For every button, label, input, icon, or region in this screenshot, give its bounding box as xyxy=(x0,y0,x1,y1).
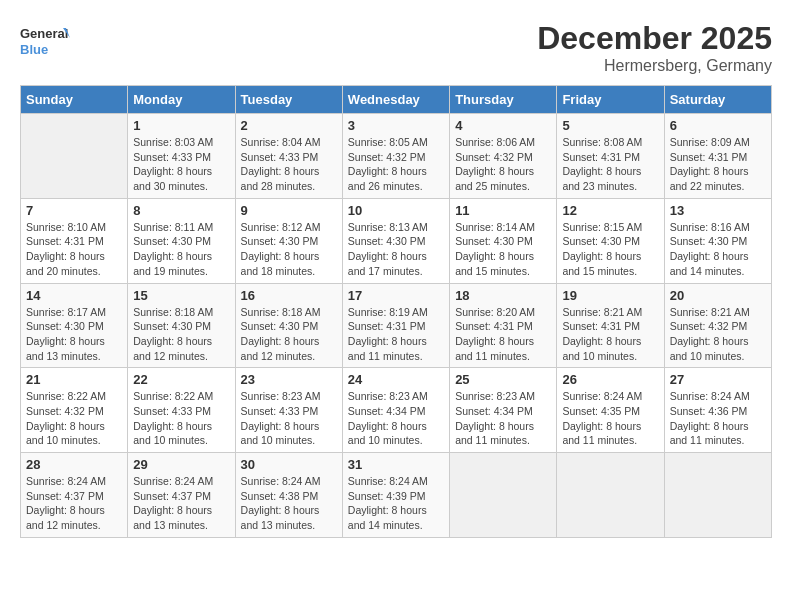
day-detail: Sunrise: 8:11 AMSunset: 4:30 PMDaylight:… xyxy=(133,220,229,279)
day-detail: Sunrise: 8:04 AMSunset: 4:33 PMDaylight:… xyxy=(241,135,337,194)
day-number: 11 xyxy=(455,203,551,218)
day-detail: Sunrise: 8:14 AMSunset: 4:30 PMDaylight:… xyxy=(455,220,551,279)
day-detail: Sunrise: 8:22 AMSunset: 4:33 PMDaylight:… xyxy=(133,389,229,448)
day-detail: Sunrise: 8:24 AMSunset: 4:37 PMDaylight:… xyxy=(133,474,229,533)
calendar-week-row: 1Sunrise: 8:03 AMSunset: 4:33 PMDaylight… xyxy=(21,114,772,199)
day-header-sunday: Sunday xyxy=(21,86,128,114)
calendar-cell: 16Sunrise: 8:18 AMSunset: 4:30 PMDayligh… xyxy=(235,283,342,368)
day-detail: Sunrise: 8:18 AMSunset: 4:30 PMDaylight:… xyxy=(133,305,229,364)
day-detail: Sunrise: 8:08 AMSunset: 4:31 PMDaylight:… xyxy=(562,135,658,194)
calendar-cell: 8Sunrise: 8:11 AMSunset: 4:30 PMDaylight… xyxy=(128,198,235,283)
day-detail: Sunrise: 8:18 AMSunset: 4:30 PMDaylight:… xyxy=(241,305,337,364)
calendar-week-row: 28Sunrise: 8:24 AMSunset: 4:37 PMDayligh… xyxy=(21,453,772,538)
day-number: 12 xyxy=(562,203,658,218)
calendar-cell: 11Sunrise: 8:14 AMSunset: 4:30 PMDayligh… xyxy=(450,198,557,283)
calendar-cell: 23Sunrise: 8:23 AMSunset: 4:33 PMDayligh… xyxy=(235,368,342,453)
day-number: 24 xyxy=(348,372,444,387)
day-number: 22 xyxy=(133,372,229,387)
day-detail: Sunrise: 8:13 AMSunset: 4:30 PMDaylight:… xyxy=(348,220,444,279)
day-number: 20 xyxy=(670,288,766,303)
calendar-cell: 20Sunrise: 8:21 AMSunset: 4:32 PMDayligh… xyxy=(664,283,771,368)
day-number: 31 xyxy=(348,457,444,472)
day-detail: Sunrise: 8:24 AMSunset: 4:36 PMDaylight:… xyxy=(670,389,766,448)
day-detail: Sunrise: 8:12 AMSunset: 4:30 PMDaylight:… xyxy=(241,220,337,279)
day-number: 27 xyxy=(670,372,766,387)
day-detail: Sunrise: 8:21 AMSunset: 4:31 PMDaylight:… xyxy=(562,305,658,364)
day-number: 5 xyxy=(562,118,658,133)
calendar-cell: 21Sunrise: 8:22 AMSunset: 4:32 PMDayligh… xyxy=(21,368,128,453)
day-number: 6 xyxy=(670,118,766,133)
calendar-cell: 17Sunrise: 8:19 AMSunset: 4:31 PMDayligh… xyxy=(342,283,449,368)
title-area: December 2025 Hermersberg, Germany xyxy=(537,20,772,75)
location-title: Hermersberg, Germany xyxy=(537,57,772,75)
calendar-cell: 29Sunrise: 8:24 AMSunset: 4:37 PMDayligh… xyxy=(128,453,235,538)
day-number: 18 xyxy=(455,288,551,303)
day-detail: Sunrise: 8:19 AMSunset: 4:31 PMDaylight:… xyxy=(348,305,444,364)
calendar-week-row: 21Sunrise: 8:22 AMSunset: 4:32 PMDayligh… xyxy=(21,368,772,453)
calendar-cell xyxy=(450,453,557,538)
day-number: 10 xyxy=(348,203,444,218)
calendar-cell: 28Sunrise: 8:24 AMSunset: 4:37 PMDayligh… xyxy=(21,453,128,538)
calendar-cell: 9Sunrise: 8:12 AMSunset: 4:30 PMDaylight… xyxy=(235,198,342,283)
day-number: 25 xyxy=(455,372,551,387)
day-header-wednesday: Wednesday xyxy=(342,86,449,114)
day-detail: Sunrise: 8:03 AMSunset: 4:33 PMDaylight:… xyxy=(133,135,229,194)
logo-svg: General Blue xyxy=(20,20,70,65)
day-number: 1 xyxy=(133,118,229,133)
day-number: 21 xyxy=(26,372,122,387)
calendar-cell: 4Sunrise: 8:06 AMSunset: 4:32 PMDaylight… xyxy=(450,114,557,199)
day-number: 14 xyxy=(26,288,122,303)
day-number: 29 xyxy=(133,457,229,472)
page-header: General Blue December 2025 Hermersberg, … xyxy=(20,20,772,75)
day-detail: Sunrise: 8:24 AMSunset: 4:35 PMDaylight:… xyxy=(562,389,658,448)
calendar-cell: 31Sunrise: 8:24 AMSunset: 4:39 PMDayligh… xyxy=(342,453,449,538)
calendar-cell: 26Sunrise: 8:24 AMSunset: 4:35 PMDayligh… xyxy=(557,368,664,453)
day-header-monday: Monday xyxy=(128,86,235,114)
day-detail: Sunrise: 8:23 AMSunset: 4:34 PMDaylight:… xyxy=(455,389,551,448)
month-title: December 2025 xyxy=(537,20,772,57)
day-header-friday: Friday xyxy=(557,86,664,114)
day-number: 3 xyxy=(348,118,444,133)
calendar-cell xyxy=(21,114,128,199)
day-number: 15 xyxy=(133,288,229,303)
day-number: 17 xyxy=(348,288,444,303)
calendar-cell: 14Sunrise: 8:17 AMSunset: 4:30 PMDayligh… xyxy=(21,283,128,368)
calendar-cell: 12Sunrise: 8:15 AMSunset: 4:30 PMDayligh… xyxy=(557,198,664,283)
day-number: 16 xyxy=(241,288,337,303)
calendar-cell xyxy=(664,453,771,538)
day-detail: Sunrise: 8:24 AMSunset: 4:37 PMDaylight:… xyxy=(26,474,122,533)
day-detail: Sunrise: 8:24 AMSunset: 4:38 PMDaylight:… xyxy=(241,474,337,533)
calendar-cell: 27Sunrise: 8:24 AMSunset: 4:36 PMDayligh… xyxy=(664,368,771,453)
day-header-thursday: Thursday xyxy=(450,86,557,114)
calendar-cell: 10Sunrise: 8:13 AMSunset: 4:30 PMDayligh… xyxy=(342,198,449,283)
calendar-cell: 22Sunrise: 8:22 AMSunset: 4:33 PMDayligh… xyxy=(128,368,235,453)
calendar-header-row: SundayMondayTuesdayWednesdayThursdayFrid… xyxy=(21,86,772,114)
calendar-cell: 19Sunrise: 8:21 AMSunset: 4:31 PMDayligh… xyxy=(557,283,664,368)
day-header-tuesday: Tuesday xyxy=(235,86,342,114)
calendar-cell: 1Sunrise: 8:03 AMSunset: 4:33 PMDaylight… xyxy=(128,114,235,199)
calendar-cell: 30Sunrise: 8:24 AMSunset: 4:38 PMDayligh… xyxy=(235,453,342,538)
day-detail: Sunrise: 8:23 AMSunset: 4:34 PMDaylight:… xyxy=(348,389,444,448)
calendar-cell: 7Sunrise: 8:10 AMSunset: 4:31 PMDaylight… xyxy=(21,198,128,283)
calendar-cell: 15Sunrise: 8:18 AMSunset: 4:30 PMDayligh… xyxy=(128,283,235,368)
calendar-week-row: 7Sunrise: 8:10 AMSunset: 4:31 PMDaylight… xyxy=(21,198,772,283)
day-number: 19 xyxy=(562,288,658,303)
day-detail: Sunrise: 8:23 AMSunset: 4:33 PMDaylight:… xyxy=(241,389,337,448)
day-number: 7 xyxy=(26,203,122,218)
svg-text:General: General xyxy=(20,26,68,41)
logo: General Blue xyxy=(20,20,70,65)
day-detail: Sunrise: 8:05 AMSunset: 4:32 PMDaylight:… xyxy=(348,135,444,194)
day-number: 30 xyxy=(241,457,337,472)
day-number: 9 xyxy=(241,203,337,218)
calendar-cell: 3Sunrise: 8:05 AMSunset: 4:32 PMDaylight… xyxy=(342,114,449,199)
day-detail: Sunrise: 8:06 AMSunset: 4:32 PMDaylight:… xyxy=(455,135,551,194)
calendar-cell: 24Sunrise: 8:23 AMSunset: 4:34 PMDayligh… xyxy=(342,368,449,453)
day-number: 28 xyxy=(26,457,122,472)
calendar-cell: 6Sunrise: 8:09 AMSunset: 4:31 PMDaylight… xyxy=(664,114,771,199)
day-detail: Sunrise: 8:09 AMSunset: 4:31 PMDaylight:… xyxy=(670,135,766,194)
calendar-cell: 2Sunrise: 8:04 AMSunset: 4:33 PMDaylight… xyxy=(235,114,342,199)
calendar-table: SundayMondayTuesdayWednesdayThursdayFrid… xyxy=(20,85,772,538)
calendar-cell: 25Sunrise: 8:23 AMSunset: 4:34 PMDayligh… xyxy=(450,368,557,453)
day-detail: Sunrise: 8:15 AMSunset: 4:30 PMDaylight:… xyxy=(562,220,658,279)
day-number: 23 xyxy=(241,372,337,387)
